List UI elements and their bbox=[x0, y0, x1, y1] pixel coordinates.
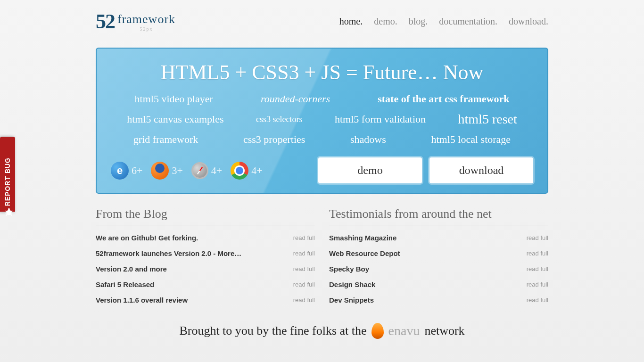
hero-title: HTML5 + CSS3 + JS = Future… Now bbox=[111, 60, 533, 84]
browser-support: 6+3+4+4+ bbox=[111, 162, 263, 180]
browser-ie: 6+ bbox=[111, 162, 142, 180]
feature-tag: html5 form validation bbox=[335, 113, 426, 125]
feature-tag: grid framework bbox=[133, 133, 198, 146]
feature-tag: html5 canvas examples bbox=[127, 113, 223, 125]
read-full-link[interactable]: read full bbox=[527, 265, 548, 272]
item-title: Web Resource Depot bbox=[329, 249, 400, 257]
browser-version: 4+ bbox=[211, 165, 222, 177]
logo[interactable]: 52 framework 52px bbox=[96, 9, 175, 33]
read-full-link[interactable]: read full bbox=[293, 281, 315, 288]
item-title: Smashing Magazine bbox=[329, 234, 396, 242]
nav-blog[interactable]: blog. bbox=[409, 16, 428, 27]
read-full-link[interactable]: read full bbox=[527, 250, 548, 257]
list-item: Design Shackread full bbox=[329, 280, 548, 288]
item-title: Version 2.0 and more bbox=[96, 265, 167, 273]
logo-number: 52 bbox=[96, 9, 115, 33]
list-item: Version 2.0 and moreread full bbox=[96, 265, 315, 273]
feature-tag: html5 video player bbox=[135, 93, 213, 105]
hero-banner: HTML5 + CSS3 + JS = Future… Now html5 vi… bbox=[96, 48, 548, 194]
feature-tag: state of the art css framework bbox=[378, 93, 509, 105]
browser-version: 6+ bbox=[132, 165, 142, 177]
svg-line-6 bbox=[6, 214, 8, 216]
list-item: We are on Github! Get forking.read full bbox=[96, 234, 315, 242]
item-title: Dev Snippets bbox=[329, 296, 374, 304]
list-item: Specky Boyread full bbox=[329, 265, 548, 273]
feature-tag: rounded-corners bbox=[261, 93, 330, 105]
read-full-link[interactable]: read full bbox=[527, 296, 548, 304]
browser-chrome: 4+ bbox=[231, 162, 262, 180]
feature-tag: shadows bbox=[350, 133, 386, 146]
browser-ff: 3+ bbox=[151, 162, 182, 180]
footer-credit: Brought to you by the fine folks at the … bbox=[96, 323, 548, 339]
feature-tag: css3 selectors bbox=[256, 115, 302, 124]
footer-prefix: Brought to you by the fine folks at the bbox=[179, 324, 366, 338]
ie-icon bbox=[111, 162, 129, 180]
nav-documentation[interactable]: documentation. bbox=[439, 16, 497, 27]
footer-brand: enavu bbox=[388, 323, 420, 338]
main-nav: home.demo.blog.documentation.download. bbox=[339, 16, 548, 27]
item-title: 52framework launches Version 2.0 - More… bbox=[96, 249, 241, 257]
item-title: Specky Boy bbox=[329, 265, 369, 273]
item-title: Version 1.1.6 overall review bbox=[96, 296, 188, 304]
chrome-icon bbox=[231, 162, 248, 180]
read-full-link[interactable]: read full bbox=[527, 281, 548, 288]
demo-button[interactable]: demo bbox=[318, 157, 422, 183]
logo-sub: 52px bbox=[117, 26, 175, 32]
footer-suffix: network bbox=[424, 324, 464, 338]
browser-version: 4+ bbox=[251, 165, 262, 177]
bug-icon bbox=[4, 206, 14, 217]
browser-version: 3+ bbox=[172, 165, 182, 177]
list-item: 52framework launches Version 2.0 - More…… bbox=[96, 249, 315, 257]
list-item: Dev Snippetsread full bbox=[329, 296, 548, 304]
read-full-link[interactable]: read full bbox=[293, 296, 315, 304]
read-full-link[interactable]: read full bbox=[293, 265, 315, 272]
download-button[interactable]: download bbox=[429, 157, 533, 183]
feature-tag: html5 reset bbox=[458, 112, 517, 127]
list-item: Web Resource Depotread full bbox=[329, 249, 548, 257]
item-title: We are on Github! Get forking. bbox=[96, 234, 198, 242]
list-item: Smashing Magazineread full bbox=[329, 234, 548, 242]
read-full-link[interactable]: read full bbox=[293, 234, 315, 241]
browser-safari: 4+ bbox=[191, 162, 222, 179]
feature-tag: html5 local storage bbox=[431, 133, 511, 146]
feature-tag: css3 properties bbox=[243, 133, 305, 146]
nav-demo[interactable]: demo. bbox=[374, 16, 397, 27]
svg-line-5 bbox=[11, 213, 13, 214]
nav-home[interactable]: home. bbox=[339, 16, 363, 27]
safari-icon bbox=[191, 162, 208, 179]
report-bug-tab[interactable]: REPORT BUG bbox=[0, 137, 15, 212]
item-title: Design Shack bbox=[329, 280, 375, 288]
read-full-link[interactable]: read full bbox=[293, 250, 315, 257]
svg-rect-1 bbox=[8, 208, 10, 211]
nav-download[interactable]: download. bbox=[509, 16, 548, 27]
item-title: Safari 5 Released bbox=[96, 280, 154, 288]
blog-column: From the Blog We are on Github! Get fork… bbox=[96, 207, 315, 312]
svg-line-4 bbox=[6, 213, 7, 214]
testimonials-column: Testimonials from around the net Smashin… bbox=[329, 207, 548, 312]
ff-icon bbox=[151, 162, 169, 180]
svg-line-7 bbox=[11, 214, 12, 216]
header: 52 framework 52px home.demo.blog.documen… bbox=[96, 9, 548, 33]
list-item: Version 1.1.6 overall reviewread full bbox=[96, 296, 315, 304]
enavu-flame-icon bbox=[372, 323, 384, 339]
logo-text: framework bbox=[117, 12, 175, 26]
blog-heading: From the Blog bbox=[96, 207, 315, 225]
read-full-link[interactable]: read full bbox=[527, 234, 548, 241]
list-item: Safari 5 Releasedread full bbox=[96, 280, 315, 288]
testimonials-heading: Testimonials from around the net bbox=[329, 207, 548, 225]
